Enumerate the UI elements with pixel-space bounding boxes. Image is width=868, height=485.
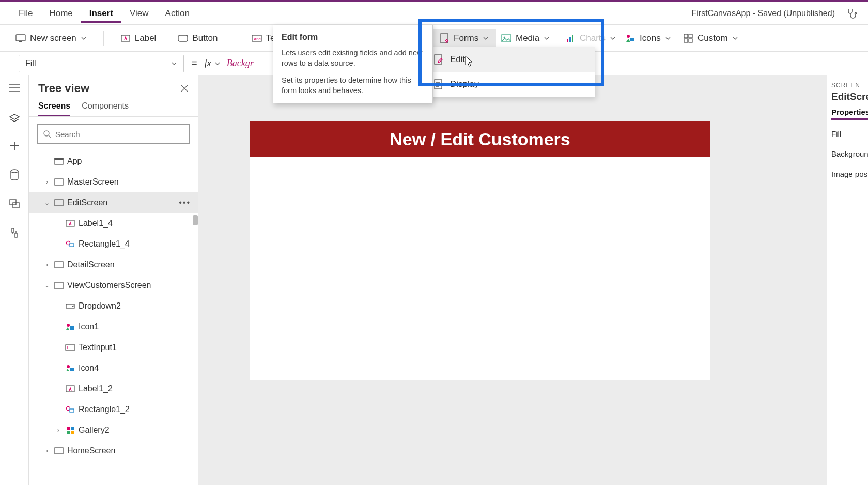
forms-button[interactable]: Forms [432, 29, 496, 48]
rp-prop-fill[interactable]: Fill [831, 129, 864, 138]
tree-item-rectangle1_4[interactable]: Rectangle1_4 [29, 234, 198, 254]
dropdown-icon [65, 301, 75, 311]
label-icon [65, 218, 75, 229]
tree-item-viewcustomersscreen[interactable]: ⌄ViewCustomersScreen [29, 275, 198, 296]
svg-rect-42 [70, 368, 74, 371]
equals-sign: = [184, 57, 205, 69]
tree-item-dropdown2[interactable]: Dropdown2 [29, 296, 198, 316]
canvas-header-label[interactable]: New / Edit Customers [390, 129, 570, 149]
chart-icon [565, 33, 576, 43]
property-selector[interactable]: Fill [19, 55, 184, 72]
canvas-area: New / Edit Customers [198, 75, 827, 485]
close-icon[interactable] [180, 84, 189, 93]
chevron-down-icon [171, 60, 177, 67]
svg-rect-1 [16, 35, 25, 41]
diagnostics-icon[interactable] [845, 7, 858, 20]
edit-form-icon [433, 54, 443, 65]
menu-home[interactable]: Home [41, 4, 81, 23]
svg-point-41 [67, 365, 70, 368]
screen-icon [54, 198, 64, 208]
tooltip-p2: Set its properties to determine how this… [282, 75, 424, 96]
menu-view[interactable]: View [121, 4, 157, 23]
dd-edit-label: Edit [450, 54, 465, 65]
component-icon [683, 33, 693, 43]
rp-tab-properties[interactable]: Properties [831, 108, 868, 120]
tree-view-icon[interactable] [7, 110, 22, 124]
hamburger-icon[interactable] [7, 81, 22, 95]
screen-icon [16, 33, 26, 43]
tree-item-icon1[interactable]: Icon1 [29, 316, 198, 337]
menu-file[interactable]: File [10, 4, 41, 23]
dropdown-item-display[interactable]: Display [425, 72, 595, 97]
rb-label: Label [135, 33, 157, 43]
svg-rect-2 [19, 41, 22, 42]
tree-list: App›MasterScreen⌄EditScreen•••Label1_4Re… [29, 151, 198, 485]
add-icon[interactable] [7, 139, 22, 153]
svg-rect-35 [55, 262, 63, 268]
svg-rect-32 [66, 220, 74, 226]
more-icon[interactable]: ••• [179, 198, 191, 207]
tree-item-rectangle1_2[interactable]: Rectangle1_2 [29, 399, 198, 420]
rp-prop-background[interactable]: Background [831, 149, 864, 158]
scrollbar-thumb[interactable] [193, 215, 198, 225]
svg-rect-15 [572, 35, 574, 42]
media-button[interactable]: Media [496, 30, 555, 47]
tree-item-homescreen[interactable]: ›HomeScreen [29, 441, 198, 461]
formula-value[interactable]: Backgr [227, 58, 254, 69]
chevron-down-icon [81, 35, 87, 41]
tree-item-app[interactable]: App [29, 151, 198, 172]
svg-rect-45 [70, 409, 74, 412]
label-icon [65, 384, 75, 394]
search-input[interactable] [55, 130, 184, 139]
tree-search[interactable] [37, 124, 190, 144]
tab-screens[interactable]: Screens [38, 101, 70, 116]
rp-title: EditScreen [831, 91, 864, 102]
menu-insert[interactable]: Insert [81, 4, 121, 23]
screen-icon [54, 177, 64, 187]
svg-rect-31 [55, 200, 63, 206]
canvas-header-rect[interactable]: New / Edit Customers [250, 121, 710, 157]
property-name: Fill [25, 59, 36, 68]
menubar: FileHomeInsertViewAction FirstCanvasApp … [0, 2, 868, 25]
button-button[interactable]: Button [173, 30, 223, 47]
chevron-down-icon [544, 35, 550, 41]
tree-item-icon4[interactable]: Icon4 [29, 358, 198, 378]
search-icon [43, 130, 51, 138]
svg-rect-17 [630, 38, 634, 41]
fx-icon[interactable]: fx [205, 58, 214, 69]
svg-text:Abc: Abc [254, 37, 261, 41]
app-status: FirstCanvasApp - Saved (Unpublished) [692, 9, 845, 18]
cursor-icon [465, 56, 473, 67]
advanced-icon[interactable] [7, 225, 22, 240]
svg-point-12 [504, 36, 505, 38]
tree-item-label1_2[interactable]: Label1_2 [29, 378, 198, 399]
label-button[interactable]: Label [115, 30, 162, 47]
rb-icons-label: Icons [640, 33, 661, 43]
dropdown-item-edit[interactable]: Edit [425, 47, 595, 72]
media-rail-icon[interactable] [7, 196, 22, 211]
tree-view-title: Tree view [38, 82, 89, 95]
custom-button[interactable]: Custom [678, 30, 743, 47]
rp-prop-image-pos[interactable]: Image positi [831, 170, 864, 178]
svg-point-27 [44, 131, 49, 136]
data-icon[interactable] [7, 168, 22, 182]
tab-components[interactable]: Components [82, 101, 129, 116]
screen-icon [54, 260, 64, 270]
tree-item-gallery2[interactable]: ›Gallery2 [29, 420, 198, 441]
tree-item-detailscreen[interactable]: ›DetailScreen [29, 254, 198, 275]
tooltip-title: Edit form [282, 33, 424, 42]
tree-item-editscreen[interactable]: ⌄EditScreen••• [29, 192, 198, 213]
canvas[interactable]: New / Edit Customers [250, 121, 710, 380]
tree-item-textinput1[interactable]: TextInput1 [29, 337, 198, 358]
menu-action[interactable]: Action [157, 4, 198, 23]
new-screen-button[interactable]: New screen [10, 30, 92, 47]
icons-button[interactable]: Icons [620, 30, 676, 47]
chevron-down-icon [610, 35, 616, 41]
tree-item-label1_4[interactable]: Label1_4 [29, 213, 198, 234]
rb-media-label: Media [516, 33, 539, 43]
rect-icon [65, 404, 75, 415]
chevron-down-icon[interactable] [214, 60, 221, 67]
charts-button[interactable]: Charts [560, 30, 621, 47]
chevron-down-icon [665, 35, 671, 41]
tree-item-masterscreen[interactable]: ›MasterScreen [29, 172, 198, 192]
